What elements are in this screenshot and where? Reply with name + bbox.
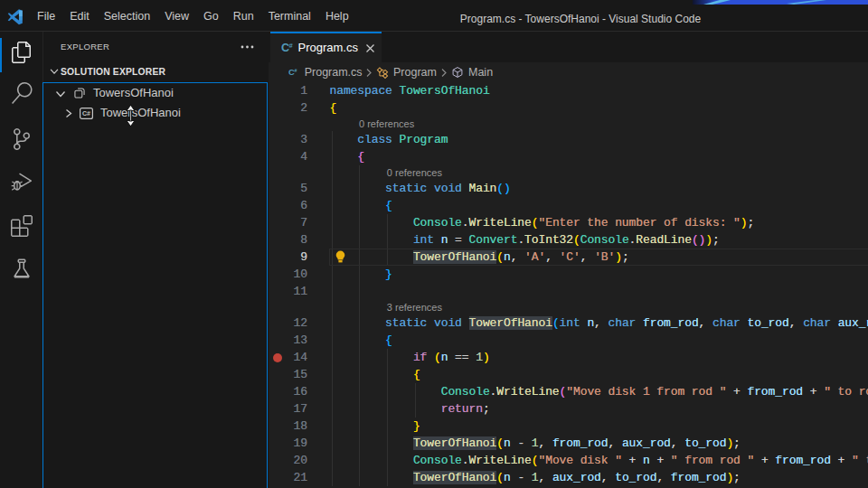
svg-text:#: # (295, 68, 297, 73)
svg-text:#: # (288, 42, 293, 50)
svg-text:C#: C# (82, 110, 90, 117)
